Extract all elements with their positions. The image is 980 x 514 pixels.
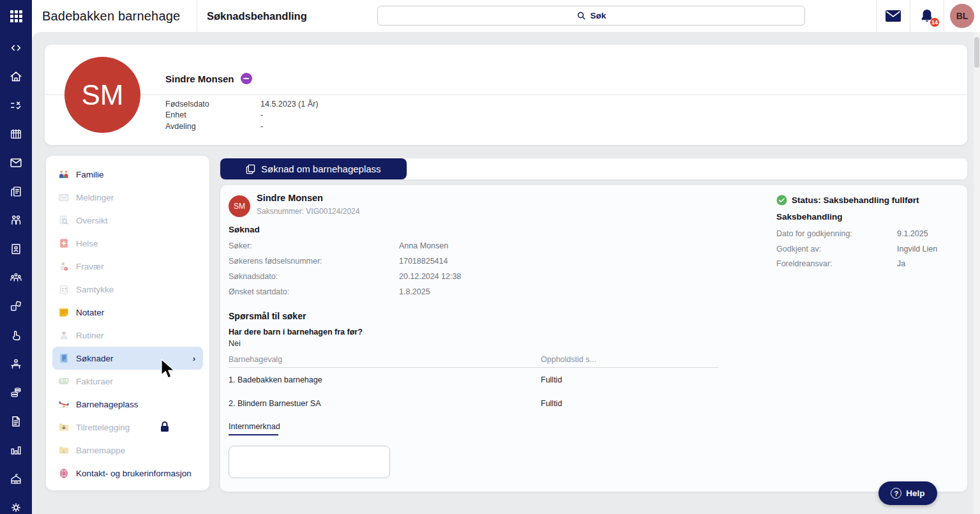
group-icon[interactable] (9, 271, 23, 285)
field-value: Anna Monsen (399, 241, 448, 250)
calendar-icon[interactable] (9, 127, 23, 141)
table-row-time: Fulltid (541, 375, 562, 384)
notification-badge: 14 (930, 17, 940, 27)
sidebar-item-familie[interactable]: Familie (52, 163, 203, 186)
note-icon (58, 306, 70, 318)
sidebar-item-fakturaer[interactable]: Fakturaer (52, 370, 203, 393)
dice-icon[interactable] (9, 299, 23, 314)
status-text: Status: Saksbehandling fullført (792, 195, 919, 205)
sidebar-item-meldinger[interactable]: Meldinger (52, 186, 203, 209)
seesaw-icon (58, 398, 70, 410)
id-card-icon[interactable] (9, 242, 23, 256)
sidebar-item-soknader[interactable]: Søknader › (52, 347, 203, 370)
status-section-title: Saksbehandling (776, 212, 843, 222)
tasks-icon[interactable] (9, 98, 23, 112)
school-icon[interactable] (9, 472, 23, 486)
icon-rail (0, 32, 32, 514)
sidebar-item-fravaer[interactable]: Fravær (52, 255, 203, 278)
question-answer: Nei (229, 339, 241, 348)
child-avatar-small: SM (229, 195, 250, 217)
question-mark-icon: ? (891, 488, 901, 499)
sidebar-item-label: Barnehageplass (76, 400, 139, 409)
messages-button[interactable] (877, 0, 910, 32)
field-label: Enhet (165, 110, 260, 119)
table-row-time: Fulltid (541, 399, 562, 408)
sidebar-item-label: Rutiner (76, 331, 104, 340)
field-value: - (260, 122, 263, 131)
internal-note-underline (229, 434, 278, 435)
grid-icon (10, 10, 22, 22)
tab-soknad-om-barnehageplass[interactable]: Søknad om barnehageplass (220, 158, 407, 179)
field-label: Søkerens fødselsnummer: (229, 257, 322, 266)
pointing-hand-icon[interactable] (9, 328, 23, 342)
field-value: Ingvild Lien (897, 245, 937, 253)
sidebar-item-label: Fravær (76, 262, 104, 271)
sidebar-item-notater[interactable]: Notater (52, 301, 203, 324)
field-label: Godkjent av: (776, 245, 821, 253)
field-value: Ja (897, 259, 905, 268)
sidebar-item-label: Meldinger (76, 193, 114, 202)
coins-icon[interactable] (9, 386, 23, 400)
sidebar-item-label: Helse (76, 239, 98, 248)
envelope-icon (58, 192, 70, 203)
sidebar-item-rutiner[interactable]: Rutiner (52, 324, 203, 347)
field-label: Foreldreansvar: (776, 259, 833, 268)
sidebar-item-kontakt-og-brukerinformasjon[interactable]: Kontakt- og brukerinformasjon (52, 462, 203, 485)
field-value: 14.5.2023 (1 År) (260, 100, 318, 109)
field-label: Søker: (229, 241, 252, 250)
code-icon[interactable] (9, 41, 23, 55)
sidebar-nav: Familie Meldinger Oversikt Helse Fravær (46, 156, 209, 490)
sidebar-item-barnehageplass[interactable]: Barnehageplass (52, 393, 203, 416)
sidebar-item-label: Fakturaer (76, 377, 113, 386)
health-book-icon (58, 238, 70, 249)
lock-icon (160, 421, 170, 435)
profile-fields: Fødselsdato14.5.2023 (1 År) Enhet- Avdel… (165, 98, 318, 132)
sidebar-item-helse[interactable]: Helse (52, 232, 203, 255)
sidebar-item-barnemappe[interactable]: Barnemappe (52, 439, 203, 462)
field-value: - (260, 110, 263, 119)
content-area: SM Sindre Monsen Fødselsdato14.5.2023 (1… (32, 32, 980, 514)
home-icon[interactable] (9, 70, 23, 84)
page-title: Søknadsbehandling (207, 0, 307, 32)
app-grid-button[interactable] (0, 0, 32, 32)
fax-icon[interactable] (9, 185, 23, 199)
case-number: Saksnummer: VIG00124/2024 (257, 207, 359, 216)
profile-divider (45, 94, 967, 95)
overview-magnifier-icon (58, 215, 70, 226)
fingerprint-icon (58, 467, 70, 479)
document-icon[interactable] (9, 414, 23, 428)
reception-icon[interactable] (9, 357, 23, 371)
field-label: Dato for godkjenning: (776, 229, 852, 238)
absence-person-icon (58, 261, 70, 272)
child-profile-card: SM Sindre Monsen Fødselsdato14.5.2023 (1… (45, 45, 967, 145)
scrollbar[interactable] (974, 32, 980, 514)
user-avatar[interactable]: BL (950, 4, 974, 28)
topbar-divider (944, 0, 944, 32)
gear-icon[interactable] (9, 501, 23, 514)
help-button[interactable]: ? Help (878, 481, 937, 505)
family-pair-icon[interactable] (9, 213, 23, 227)
sidebar-item-label: Søknader (76, 354, 114, 363)
copy-icon (246, 164, 255, 174)
topbar-divider (197, 0, 197, 32)
mail-icon[interactable] (9, 156, 23, 170)
minus-badge-icon[interactable] (241, 73, 252, 84)
internal-note-textarea[interactable] (229, 446, 390, 478)
sidebar-item-tilrettelegging[interactable]: Tilrettelegging (52, 416, 203, 439)
sidebar-item-label: Familie (76, 170, 104, 179)
notifications-button[interactable]: 14 (910, 0, 944, 32)
topbar-actions: 14 BL (876, 0, 980, 32)
help-label: Help (906, 488, 924, 498)
sidebar-item-samtykke[interactable]: Samtykke (52, 278, 203, 301)
bar-chart-icon[interactable] (9, 443, 23, 457)
locked-folder-icon (58, 421, 70, 433)
field-value: 9.1.2025 (897, 229, 928, 238)
scrollbar-thumb[interactable] (974, 37, 979, 68)
sidebar-item-label: Kontakt- og brukerinformasjon (76, 469, 192, 478)
sidebar-item-label: Barnemappe (76, 446, 125, 455)
sidebar-item-oversikt[interactable]: Oversikt (52, 209, 203, 232)
chevron-right-icon: › (193, 354, 195, 363)
sidebar-item-label: Oversikt (76, 216, 108, 225)
applications-document-icon (58, 352, 70, 364)
search-input[interactable]: Søk (377, 6, 805, 26)
